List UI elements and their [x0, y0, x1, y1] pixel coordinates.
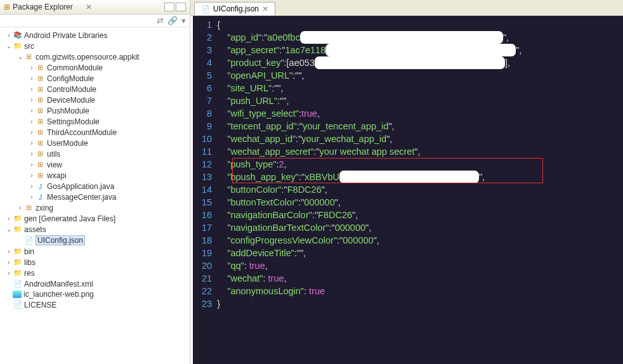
- code-line[interactable]: "push_URL":"",: [217, 94, 521, 107]
- tree-item[interactable]: ›⊞CommonModule: [0, 62, 190, 73]
- code-editor[interactable]: 1234567891011121314151617181920212223 { …: [190, 16, 623, 364]
- project-tree[interactable]: ›📚Android Private Libraries ⌄📁src ⌄⊞com.…: [0, 27, 190, 364]
- code-line[interactable]: "anonymousLogin": true: [217, 285, 521, 297]
- minimize-icon[interactable]: [164, 3, 174, 11]
- source-folder-icon: 📁: [13, 41, 22, 51]
- code-line[interactable]: "wifi_type_select":true,: [217, 107, 521, 120]
- tree-item-libs[interactable]: ›📁libs: [0, 257, 190, 268]
- tree-item-res[interactable]: ›📁res: [0, 268, 190, 278]
- java-file-icon: J: [36, 192, 45, 202]
- tree-item[interactable]: ›⊞ConfigModule: [0, 73, 190, 84]
- tree-item-package[interactable]: ⌄⊞com.gizwits.opensource.appkit: [0, 51, 190, 62]
- tree-item[interactable]: ›⊞ControlModule: [0, 84, 190, 94]
- tree-item-manifest[interactable]: 📄AndroidManifest.xml: [0, 278, 190, 289]
- package-icon: ⊞: [36, 171, 45, 180]
- package-icon: ⊞: [36, 149, 45, 159]
- code-content[interactable]: { "app_id":"a0e0fbc ", "app_secret":"1ac…: [217, 16, 521, 364]
- folder-icon: 📁: [13, 247, 22, 256]
- code-line[interactable]: "navigationBarTextColor":"000000",: [217, 221, 521, 234]
- tree-item[interactable]: ›⊞view: [0, 159, 190, 170]
- editor-panel: 📄 UIConfig.json ✕ 1234567891011121314151…: [190, 0, 623, 364]
- tree-item[interactable]: ›⊞UserModule: [0, 138, 190, 148]
- package-icon: ⊞: [36, 63, 45, 72]
- tree-item[interactable]: ›⊞DeviceModule: [0, 94, 190, 105]
- tree-item[interactable]: ›⊞ThirdAccountModule: [0, 127, 190, 138]
- package-explorer-panel: ⊞ Package Explorer ✕ ⇄ 🔗 ▾ ›📚Android Pri…: [0, 0, 190, 364]
- code-line[interactable]: "push_type":2,: [217, 158, 521, 171]
- tree-item-bin[interactable]: ›📁bin: [0, 246, 190, 257]
- code-line[interactable]: "bpush_app_key":"xBBVbU ",: [217, 171, 521, 183]
- package-icon: ⊞: [24, 52, 34, 62]
- xml-file-icon: 📄: [13, 279, 22, 289]
- view-close-x-icon[interactable]: ✕: [83, 3, 95, 11]
- package-icon: ⊞: [24, 203, 34, 212]
- code-line[interactable]: "product_key":[ae053 ],: [217, 56, 521, 69]
- tree-item-launcher-png[interactable]: ic_launcher-web.png: [0, 289, 190, 299]
- code-line[interactable]: "navigationBarColor":"F8DC26",: [217, 209, 521, 221]
- panel-toolbar: ⇄ 🔗 ▾: [0, 15, 190, 27]
- folder-icon: 📁: [13, 224, 22, 234]
- tab-filename: UIConfig.json: [213, 4, 259, 13]
- folder-icon: 📁: [13, 268, 22, 278]
- code-line[interactable]: "addDeviceTitle":"",: [217, 247, 521, 259]
- link-editor-icon[interactable]: 🔗: [167, 16, 178, 25]
- tree-item-uiconfig[interactable]: 📄UIConfig.json: [0, 235, 190, 246]
- tree-item[interactable]: ›⊞utils: [0, 148, 190, 159]
- editor-tab-bar: 📄 UIConfig.json ✕: [190, 0, 623, 16]
- tree-item-src[interactable]: ⌄📁src: [0, 41, 190, 51]
- code-line[interactable]: "wechat_app_id":"your_wechat_app_id",: [217, 133, 521, 145]
- package-icon: ⊞: [36, 74, 45, 83]
- code-line[interactable]: "wechat_app_secret":"your wechat app sec…: [217, 145, 521, 158]
- package-icon: ⊞: [36, 127, 45, 137]
- package-explorer-icon: ⊞: [4, 3, 10, 11]
- tree-item[interactable]: ›⊞SettingsModule: [0, 116, 190, 127]
- code-line[interactable]: "app_id":"a0e0fbc ",: [217, 31, 521, 44]
- code-line[interactable]: {: [217, 18, 521, 31]
- tree-item-android-private-libs[interactable]: ›📚Android Private Libraries: [0, 30, 190, 41]
- tab-close-icon[interactable]: ✕: [262, 4, 268, 13]
- code-line[interactable]: "wechat": true,: [217, 272, 521, 285]
- code-line[interactable]: "site_URL":"",: [217, 82, 521, 94]
- code-line[interactable]: "openAPI_URL":"",: [217, 69, 521, 82]
- panel-header: ⊞ Package Explorer ✕: [0, 0, 190, 15]
- library-icon: 📚: [13, 30, 22, 40]
- editor-tab[interactable]: 📄 UIConfig.json ✕: [194, 2, 275, 15]
- code-line[interactable]: "tencent_app_id":"your_tencent_app_id",: [217, 120, 521, 133]
- tree-item-assets[interactable]: ⌄📁assets: [0, 224, 190, 235]
- code-line[interactable]: "app_secret":"1ac7e118 ",: [217, 44, 521, 56]
- code-line[interactable]: "qq": true,: [217, 259, 521, 272]
- json-file-icon: 📄: [24, 236, 34, 245]
- image-file-icon: [13, 290, 22, 298]
- package-icon: ⊞: [36, 138, 45, 148]
- code-line[interactable]: "buttonTextColor":"000000",: [217, 196, 521, 209]
- panel-title: Package Explorer: [13, 3, 83, 11]
- line-number-gutter: 1234567891011121314151617181920212223: [193, 16, 217, 364]
- package-icon: ⊞: [36, 160, 45, 169]
- package-icon: ⊞: [36, 84, 45, 94]
- tree-item[interactable]: ›JMessageCenter.java: [0, 192, 190, 202]
- view-menu-icon[interactable]: ▾: [181, 16, 186, 25]
- package-icon: ⊞: [36, 95, 45, 105]
- package-icon: ⊞: [36, 106, 45, 115]
- collapse-all-icon[interactable]: ⇄: [157, 16, 164, 25]
- maximize-icon[interactable]: [176, 3, 186, 11]
- java-file-icon: J: [36, 181, 45, 191]
- package-icon: ⊞: [36, 117, 45, 126]
- code-line[interactable]: "buttonColor":"F8DC26",: [217, 183, 521, 196]
- code-line[interactable]: }: [217, 297, 521, 310]
- tree-item-license[interactable]: 📄LICENSE: [0, 299, 190, 310]
- source-folder-icon: 📁: [13, 214, 22, 223]
- folder-icon: 📁: [13, 257, 22, 267]
- tree-item[interactable]: ›JGosApplication.java: [0, 181, 190, 192]
- tree-item-zxing[interactable]: ›⊞zxing: [0, 202, 190, 213]
- text-file-icon: 📄: [13, 300, 22, 309]
- json-file-icon: 📄: [201, 5, 210, 13]
- code-line[interactable]: "configProgressViewColor":"000000",: [217, 234, 521, 247]
- tree-item[interactable]: ›⊞PushModule: [0, 105, 190, 116]
- tree-item[interactable]: ›⊞wxapi: [0, 170, 190, 181]
- tree-item-gen[interactable]: ›📁gen [Generated Java Files]: [0, 213, 190, 224]
